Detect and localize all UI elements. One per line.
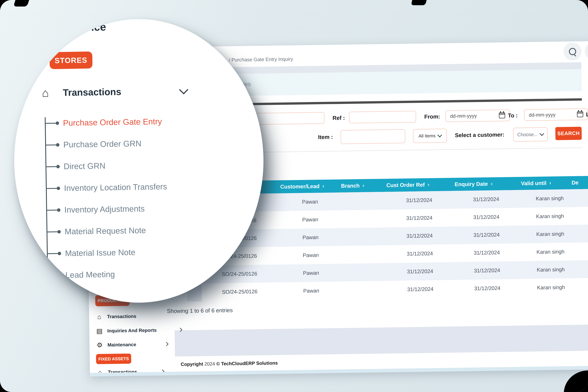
search-button-label: SEARCH [557, 130, 580, 136]
table-header-branch[interactable]: Branch ▲▼ [327, 182, 378, 189]
sidebar-item-inquiries-and-reports[interactable]: ▤ Inquiries And Reports [96, 326, 182, 335]
copyright-suffix: © TechCloudERP Solutions [216, 360, 278, 366]
menu-item-label: Lead Meeting [65, 270, 115, 280]
magnified-transactions-header[interactable]: ⌂ Transactions [42, 83, 197, 100]
menu-item-label: Material Issue Note [65, 248, 136, 258]
cell-valid-until: Karan singh [524, 284, 578, 291]
header-label: Customer/Lead [280, 183, 320, 190]
header-label: Valid until [521, 180, 546, 186]
magnified-sidebar: nance STORES ⌂ Transactions Purchase Ord… [14, 19, 264, 303]
cell-customer: Pawan [285, 198, 335, 205]
menu-item-material-issue-note[interactable]: Material Issue Note [47, 246, 136, 260]
menu-item-label: Purchase Order GRN [63, 139, 142, 150]
sidebar-item-label: Inquiries And Reports [107, 328, 157, 334]
cell-valid-until: Karan singh [523, 195, 577, 202]
section-label: Transactions [63, 86, 121, 98]
customer-select[interactable]: Choose... [513, 127, 548, 142]
clipped-right-label: L [586, 111, 588, 118]
cell-branch [332, 290, 384, 290]
sort-icon[interactable]: ▲▼ [490, 182, 493, 186]
menu-item-label: Material Request Note [65, 226, 146, 236]
menu-item-purchase-order-grn[interactable]: Purchase Order GRN [45, 138, 142, 151]
bullet-icon [57, 186, 60, 190]
report-icon: ▤ [96, 327, 103, 335]
table-header-enquiry-date[interactable]: Enquiry Date ▲▼ [438, 180, 510, 188]
ref-label: Ref : [332, 115, 345, 121]
cell-valid-until: Karan singh [523, 213, 577, 220]
menu-item-inventory-adjustments[interactable]: Inventory Adjustments [46, 202, 145, 216]
menu-item-direct-grn[interactable]: Direct GRN [46, 160, 106, 173]
magnifier-overlay: nance STORES ⌂ Transactions Purchase Ord… [14, 19, 264, 303]
sort-icon[interactable]: ▲▼ [362, 184, 364, 187]
to-date-placeholder: dd-mm-yyyy [529, 112, 556, 118]
bullet-icon [56, 121, 59, 125]
header-label: De [572, 180, 578, 186]
menu-item-label: Inventory Adjustments [64, 204, 145, 214]
cell-branch [331, 254, 383, 255]
from-date-input[interactable]: dd-mm-yyyy [445, 110, 510, 122]
bullet-icon [57, 208, 60, 212]
table-header-customer[interactable]: Customer/Lead ▲▼ [278, 183, 327, 190]
cell-branch [332, 272, 384, 272]
sidebar-item-maintenance[interactable]: ⚙ Maintenance [96, 340, 168, 349]
cell-cust-order-ref: 31/12/2024 [389, 197, 449, 204]
cell-branch [331, 236, 383, 237]
cell-cust-order-ref: 31/12/2024 [390, 250, 450, 257]
chevron-down-icon [438, 133, 442, 137]
search-icon [569, 48, 576, 55]
cell-enquiry-date: 31/12/2024 [450, 249, 524, 256]
cell-ref: SO/24-25/0126 [188, 288, 291, 296]
header-label: Branch [341, 182, 360, 189]
item-filter-select[interactable]: All Items [413, 128, 447, 143]
menu-item-inventory-location-transfers[interactable]: Inventory Location Transfers [46, 180, 167, 194]
table-header-clipped[interactable]: De [562, 179, 588, 186]
bullet-icon [56, 143, 60, 146]
table-summary: Showing 1 to 6 of 6 entries [167, 307, 233, 314]
screenshot-canvas: - / Purchase Gate Entry Inquiry quiries … [0, 0, 588, 392]
to-label: To : [508, 112, 518, 119]
sidebar-item-transactions[interactable]: ⌂ Transactions [96, 312, 136, 320]
breadcrumb[interactable]: / Purchase Gate Entry Inquiry [229, 56, 293, 62]
home-icon: ⌂ [42, 86, 49, 100]
calendar-icon[interactable] [577, 112, 583, 118]
search-button[interactable]: SEARCH [555, 127, 582, 140]
sidebar-item-label: Transactions [107, 314, 136, 319]
item-input[interactable] [340, 129, 406, 144]
bullet-icon [56, 165, 60, 168]
to-date-input[interactable]: dd-mm-yyyy [524, 108, 588, 121]
cell-customer: Pawan [285, 234, 336, 241]
cell-enquiry-date: 31/12/2024 [450, 285, 524, 292]
sort-icon[interactable]: ▲▼ [549, 182, 552, 184]
chevron-down-icon [179, 85, 188, 94]
sidebar-module-fixed-assets[interactable]: FIXED ASSETS [96, 354, 131, 364]
bullet-icon [58, 252, 61, 255]
cell-cust-order-ref: 31/12/2024 [390, 268, 450, 275]
home-icon: ⌂ [96, 313, 103, 320]
sort-icon[interactable]: ▲▼ [322, 185, 324, 188]
gear-icon: ⚙ [96, 341, 104, 349]
menu-item-purchase-order-gate-entry[interactable]: Purchase Order Gate Entry [45, 116, 162, 129]
calendar-icon[interactable] [499, 112, 505, 118]
cell-customer: Pawan [286, 270, 336, 276]
menu-item-label: Inventory Location Transfers [64, 182, 167, 193]
table-header-cust-order-ref[interactable]: Cust Order Ref ▲▼ [378, 182, 438, 188]
ref-input[interactable] [349, 111, 416, 124]
sort-icon[interactable]: ▲▼ [427, 183, 430, 186]
table-header-valid-until[interactable]: Valid until ▲▼ [510, 180, 563, 187]
cell-valid-until: Karan singh [523, 231, 577, 238]
customer-value: Choose... [517, 132, 538, 137]
customer-label: Select a customer: [455, 131, 504, 138]
from-date-placeholder: dd-mm-yyyy [450, 113, 477, 119]
cell-cust-order-ref: 31/12/2024 [390, 286, 450, 293]
sidebar-item-label: Maintenance [108, 342, 136, 348]
cell-customer: Pawan [285, 216, 336, 223]
frame-artifact [411, 0, 427, 5]
cell-branch [330, 218, 383, 219]
cell-branch [330, 201, 383, 202]
cell-valid-until: Karan singh [524, 248, 578, 255]
menu-item-material-request-note[interactable]: Material Request Note [46, 224, 146, 238]
cell-valid-until: Karan singh [524, 266, 578, 273]
menu-item-label: Purchase Order Gate Entry [63, 117, 162, 128]
item-filter-value: All Items [418, 133, 436, 138]
cell-enquiry-date: 31/12/2024 [450, 214, 523, 221]
